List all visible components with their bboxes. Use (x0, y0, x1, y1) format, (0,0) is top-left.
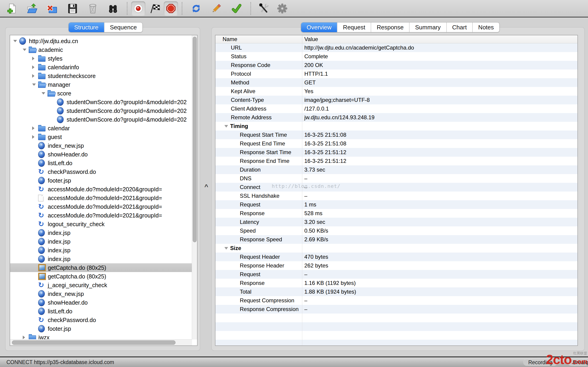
tree-row[interactable]: listLeft.do (10, 159, 192, 167)
tree-horizontal-scroll-thumb[interactable] (12, 340, 175, 345)
repeat-button[interactable] (186, 1, 206, 16)
table-row[interactable]: Connect– (216, 183, 578, 192)
table-row[interactable]: Request Compression– (216, 296, 578, 305)
tools-button[interactable] (255, 1, 273, 16)
save-button[interactable] (62, 1, 83, 16)
validate-button[interactable] (226, 1, 247, 16)
expander-closed-icon[interactable] (32, 65, 38, 69)
expander-open-icon[interactable] (32, 83, 38, 86)
table-row[interactable]: ProtocolHTTP/1.1 (216, 69, 578, 78)
finish-button[interactable] (145, 1, 164, 16)
tab-structure[interactable]: Structure (69, 23, 104, 32)
table-row[interactable]: StatusComplete (216, 52, 578, 61)
table-row[interactable]: Remote Addressjw.djtu.edu.cn/124.93.248.… (216, 113, 578, 122)
table-row[interactable]: Request1 ms (216, 200, 578, 209)
settings-button[interactable] (273, 1, 292, 16)
table-row[interactable]: Speed0.50 KB/s (216, 226, 578, 235)
new-document-button[interactable] (2, 1, 22, 16)
expander-open-icon[interactable] (42, 92, 48, 94)
expander-closed-icon[interactable] (32, 126, 38, 130)
tree-row[interactable]: footer.jsp (10, 176, 192, 185)
table-row[interactable]: Response Header262 bytes (216, 261, 578, 270)
find-button[interactable] (103, 1, 123, 16)
table-row[interactable]: Client Address/127.0.0.1 (216, 104, 578, 113)
tree-row[interactable]: footer.jsp (10, 324, 192, 333)
table-row[interactable]: Response528 ms (216, 209, 578, 218)
table-row[interactable]: Response Code200 OK (216, 61, 578, 69)
tree-horizontal-scrollbar[interactable] (10, 339, 192, 345)
tree-row[interactable]: index.jsp (10, 246, 192, 255)
table-row[interactable]: Timing (216, 122, 578, 131)
tab-chart[interactable]: Chart (446, 23, 473, 32)
tree-row[interactable]: studentOwnScore.do?groupId=&moduleId=202 (10, 98, 192, 106)
tree-row[interactable]: ↻accessModule.do?moduleId=2021&groupId= (10, 202, 192, 211)
table-row[interactable]: Total1.88 KB (1924 bytes) (216, 287, 578, 296)
tab-summary[interactable]: Summary (409, 23, 446, 32)
delete-button[interactable] (83, 1, 103, 16)
table-row[interactable]: Content-Typeimage/jpeg;charset=UTF-8 (216, 96, 578, 104)
stop-button[interactable] (164, 1, 178, 16)
expander-open-icon[interactable] (23, 49, 29, 51)
expander-closed-icon[interactable] (32, 57, 38, 60)
tree-row[interactable]: manager (10, 80, 192, 89)
section-collapse-icon[interactable] (225, 247, 228, 250)
table-row[interactable]: SSL Handshake– (216, 192, 578, 200)
tree-vertical-scroll-thumb[interactable] (193, 37, 197, 242)
tree-row[interactable]: studentOwnScore.do?groupId=&moduleId=202 (10, 115, 192, 124)
tab-overview[interactable]: Overview (301, 23, 337, 32)
tree-row[interactable]: calendarinfo (10, 63, 192, 72)
tree-row[interactable]: styles (10, 54, 192, 63)
tab-response[interactable]: Response (371, 23, 409, 32)
close-session-button[interactable] (42, 1, 62, 16)
tree-row[interactable]: listLeft.do (10, 307, 192, 316)
tree-row[interactable]: index_new.jsp (10, 290, 192, 298)
table-row[interactable]: Latency3.20 sec (216, 218, 578, 226)
tree-vertical-scrollbar[interactable] (192, 35, 197, 340)
tree-row[interactable]: ↻checkPassword.do (10, 316, 192, 324)
tab-request[interactable]: Request (337, 23, 371, 32)
table-row[interactable]: Response Speed2.69 KB/s (216, 235, 578, 244)
table-row[interactable]: Request Header470 bytes (216, 252, 578, 261)
table-row[interactable]: Duration3.73 sec (216, 165, 578, 174)
expander-closed-icon[interactable] (32, 74, 38, 78)
expander-open-icon[interactable] (13, 40, 19, 42)
panel-collapse-handle[interactable]: ^ (204, 183, 208, 190)
record-button[interactable] (131, 1, 145, 16)
edit-button[interactable] (206, 1, 226, 16)
table-row[interactable]: MethodGET (216, 78, 578, 87)
tree-row[interactable]: ↻checkPassword.do (10, 167, 192, 176)
table-row[interactable]: Size (216, 244, 578, 252)
table-row[interactable]: Kept AliveYes (216, 87, 578, 96)
tree-row[interactable]: ↻accessModule.do?moduleId=2021&groupId= (10, 211, 192, 220)
tree-row[interactable]: index_new.jsp (10, 141, 192, 150)
tree-row[interactable]: studentcheckscore (10, 72, 192, 80)
table-row[interactable]: URLhttp://jw.djtu.edu.cn/academic/getCap… (216, 43, 578, 52)
expander-closed-icon[interactable] (23, 336, 29, 339)
table-row[interactable]: Request End Time16-3-25 21:51:08 (216, 139, 578, 148)
tree-row[interactable]: guest (10, 133, 192, 141)
table-row[interactable]: Request– (216, 270, 578, 279)
tree-row[interactable]: index.jsp (10, 228, 192, 237)
table-row[interactable]: Request Start Time16-3-25 21:51:08 (216, 131, 578, 139)
section-collapse-icon[interactable] (225, 125, 228, 127)
tree-row[interactable]: accessModule.do?moduleId=2021&groupId= (10, 194, 192, 202)
tree-row[interactable]: ↻logout_security_check (10, 220, 192, 228)
tree-row[interactable]: showHeader.do (10, 150, 192, 159)
table-row[interactable]: Response Compression– (216, 305, 578, 314)
tree-row[interactable]: http://jw.djtu.edu.cn (10, 37, 192, 45)
tab-sequence[interactable]: Sequence (104, 23, 142, 32)
tree-row[interactable]: showHeader.do (10, 298, 192, 307)
tab-notes[interactable]: Notes (472, 23, 499, 32)
tree-row[interactable]: index.jsp (10, 237, 192, 246)
open-button[interactable] (22, 1, 42, 16)
tree-row[interactable]: academic (10, 45, 192, 54)
table-row[interactable]: Response Start Time16-3-25 21:51:12 (216, 148, 578, 157)
tree-row[interactable]: index.jsp (10, 255, 192, 263)
expander-closed-icon[interactable] (32, 135, 38, 139)
tree-row[interactable]: score (10, 89, 192, 98)
tree-row[interactable]: getCaptcha.do (80x25) (10, 272, 192, 281)
table-row[interactable]: Response End Time16-3-25 21:51:12 (216, 157, 578, 165)
table-row[interactable]: DNS– (216, 174, 578, 183)
tree-row[interactable]: getCaptcha.do (80x25) (10, 263, 192, 272)
table-row[interactable]: Response1.16 KB (1192 bytes) (216, 279, 578, 287)
